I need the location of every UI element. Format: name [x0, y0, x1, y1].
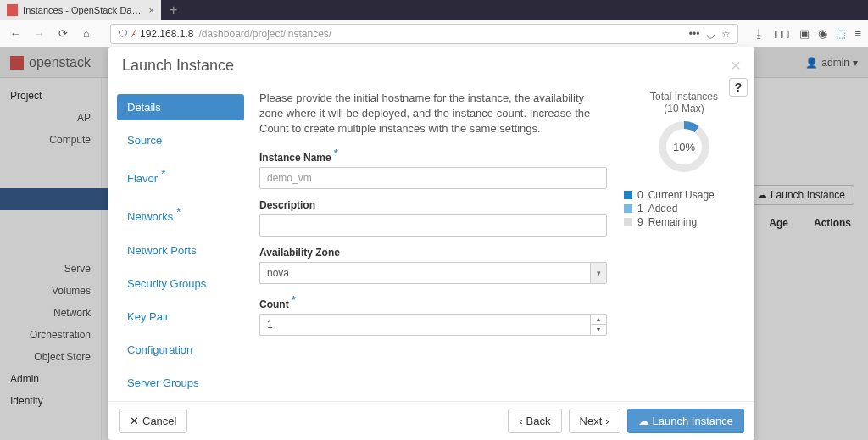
legend-swatch-current [624, 191, 632, 199]
count-label: Count * [259, 294, 607, 310]
x-icon: ✕ [130, 415, 139, 427]
star-icon[interactable]: ☆ [721, 28, 731, 40]
forward-button[interactable]: → [31, 25, 47, 42]
step-network-ports[interactable]: Network Ports [117, 237, 244, 264]
description-label: Description [259, 199, 607, 211]
insecure-icon: ⁄ [133, 28, 135, 40]
shield-icon: 🛡 [118, 28, 128, 40]
site-favicon [7, 4, 18, 16]
cancel-button[interactable]: ✕Cancel [119, 409, 187, 433]
download-icon[interactable]: ⭳ [754, 27, 765, 40]
instance-name-label: Instance Name * [259, 148, 607, 164]
url-bar[interactable]: 🛡 ⁄ 192.168.1.8/dashboard/project/instan… [110, 24, 738, 44]
back-button[interactable]: ← [7, 25, 24, 42]
help-button[interactable]: ? [729, 78, 748, 97]
tool-icon[interactable]: ⬚ [836, 27, 846, 40]
back-button[interactable]: ‹Back [508, 409, 561, 433]
step-source[interactable]: Source [117, 127, 244, 153]
url-path: /dashboard/project/instances/ [198, 28, 331, 40]
more-icon[interactable]: ••• [689, 28, 700, 40]
reader-icon[interactable]: ◡ [706, 28, 715, 40]
chevron-down-icon[interactable]: ▾ [590, 262, 607, 284]
step-configuration[interactable]: Configuration [117, 337, 244, 363]
chevron-right-icon: › [605, 415, 609, 427]
library-icon[interactable]: ⫿⫿⫿ [773, 27, 791, 40]
count-input[interactable]: 1 [259, 314, 590, 336]
count-up-button[interactable]: ▲ [591, 315, 606, 326]
step-networks[interactable]: Networks * [117, 198, 244, 230]
quota-title: Total Instances [624, 91, 744, 103]
instance-name-input[interactable] [259, 167, 607, 189]
reload-button[interactable]: ⟳ [54, 25, 71, 42]
quota-legend: 0 Current Usage 1 Added 9 Remaining [624, 189, 744, 228]
step-server-groups[interactable]: Server Groups [117, 370, 244, 396]
quota-donut-chart: 10% [659, 121, 709, 172]
step-details[interactable]: Details [117, 94, 244, 120]
launch-button[interactable]: ☁Launch Instance [627, 409, 744, 433]
step-key-pair[interactable]: Key Pair [117, 304, 244, 330]
az-label: Availability Zone [259, 247, 607, 259]
az-select[interactable]: nova [259, 262, 590, 284]
url-host: 192.168.1.8 [140, 28, 193, 40]
description-input[interactable] [259, 214, 607, 237]
close-icon[interactable]: × [731, 56, 741, 75]
quota-percent: 10% [673, 141, 695, 153]
close-tab-icon[interactable]: × [149, 5, 154, 15]
step-security-groups[interactable]: Security Groups [117, 270, 244, 297]
modal-title: Launch Instance [122, 57, 234, 75]
chevron-left-icon: ‹ [519, 415, 522, 427]
next-button[interactable]: Next› [569, 409, 620, 433]
new-tab-button[interactable]: + [161, 3, 186, 18]
legend-swatch-remaining [624, 218, 632, 226]
wizard-nav: Details Source Flavor * Networks * Netwo… [108, 84, 253, 401]
tab-title: Instances - OpenStack Dashbo [23, 5, 143, 15]
account-icon[interactable]: ◉ [818, 27, 827, 40]
extension-icon[interactable]: ▣ [799, 27, 810, 40]
quota-subtitle: (10 Max) [624, 103, 744, 114]
step-flavor[interactable]: Flavor * [117, 160, 244, 192]
count-down-button[interactable]: ▼ [591, 325, 606, 335]
launch-instance-modal: Launch Instance × ? Details Source Flavo… [108, 47, 754, 440]
browser-tab[interactable]: Instances - OpenStack Dashbo × [0, 0, 161, 20]
home-button[interactable]: ⌂ [78, 25, 95, 42]
legend-swatch-added [624, 204, 632, 213]
help-text: Please provide the initial hostname for … [259, 91, 607, 137]
cloud-upload-icon: ☁ [638, 415, 649, 427]
menu-icon[interactable]: ≡ [854, 27, 861, 40]
